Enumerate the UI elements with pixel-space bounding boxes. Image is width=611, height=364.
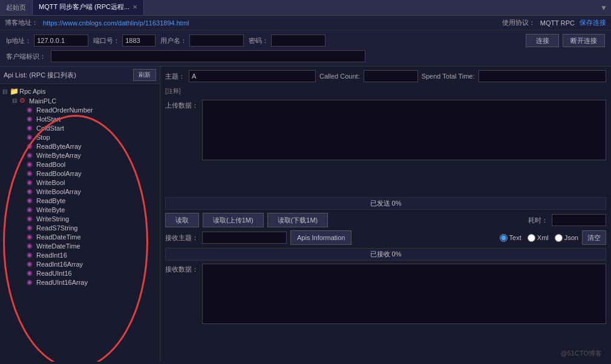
right-panel: 主题： Called Count: Spend Total Time: [注释]… — [160, 67, 611, 362]
recv-progress-text: 已接收 0% — [370, 250, 402, 259]
spend-total-input[interactable] — [479, 70, 606, 82]
tree-item-label: WriteString — [36, 215, 69, 223]
tree-item[interactable]: ◉ReadInt16 — [0, 250, 160, 259]
tree-item[interactable]: ⊟⚙MainPLC — [0, 96, 160, 105]
tree-item[interactable]: ◉Stop — [0, 132, 160, 141]
tab-spacer — [144, 0, 596, 15]
tree-container[interactable]: ⊟📁Rpc Apis⊟⚙MainPLC◉ReadOrderNumber◉HotS… — [0, 84, 160, 362]
rpc-icon: ⚙ — [19, 97, 29, 105]
called-count-label: Called Count: — [319, 73, 360, 80]
tab-mqtt[interactable]: MQTT 同步客户端 (RPC远程... ✕ — [33, 0, 144, 15]
note-row: [注释] — [165, 85, 606, 97]
tab-arrow[interactable]: ▼ — [596, 0, 611, 15]
tab-close-icon[interactable]: ✕ — [132, 4, 137, 10]
tree-item-label: ColdStart — [36, 125, 64, 132]
read-button[interactable]: 读取 — [165, 213, 199, 227]
method-icon: ◉ — [27, 242, 36, 250]
read-upload-button[interactable]: 读取(上传1M) — [203, 213, 264, 227]
tree-item[interactable]: ◉ReadBool — [0, 160, 160, 169]
tree-item-label: WriteByte — [36, 206, 65, 213]
spend-time-input[interactable] — [552, 214, 606, 226]
tree-item-label: Rpc Apis — [19, 88, 45, 95]
recv-progress-row: 已接收 0% — [165, 248, 606, 261]
tree-item[interactable]: ◉ReadInt16Array — [0, 259, 160, 268]
topic-row: 主题： Called Count: Spend Total Time: — [165, 70, 606, 82]
tree-item[interactable]: ◉ReadOrderNumber — [0, 105, 160, 114]
called-count-input[interactable] — [364, 70, 418, 82]
client-label: 客户端标识： — [6, 52, 46, 61]
tree-item-label: ReadByteArray — [36, 143, 82, 150]
apis-info-button[interactable]: Apis Information — [290, 230, 351, 245]
tree-item[interactable]: ◉WriteString — [0, 214, 160, 223]
tree-item-label: WriteBool — [36, 179, 65, 186]
method-icon: ◉ — [27, 124, 36, 132]
tree-item[interactable]: ◉ReadUInt16Array — [0, 278, 160, 287]
left-panel: Api List: (RPC 接口列表) 刷新 ⊟📁Rpc Apis⊟⚙Main… — [0, 67, 160, 362]
radio-text-input[interactable] — [500, 234, 508, 242]
tree-item-label: MainPLC — [29, 97, 56, 105]
port-label: 端口号： — [93, 36, 120, 45]
tree-item[interactable]: ◉ReadByteArray — [0, 141, 160, 151]
tree-item[interactable]: ◉ReadByte — [0, 196, 160, 205]
conn-buttons: 连接 断开连接 — [526, 34, 605, 47]
tree-item-label: ReadBoolArray — [36, 170, 82, 177]
note-text: [注释] — [165, 88, 181, 94]
client-id-input[interactable] — [51, 50, 365, 62]
address-bar-right: 使用协议： MQTT RPC 保存连接 — [502, 18, 606, 27]
recv-data-textarea[interactable] — [202, 264, 606, 324]
radio-json-item[interactable]: Json — [555, 234, 578, 242]
connect-button[interactable]: 连接 — [526, 34, 559, 47]
read-download-button[interactable]: 读取(下载1M) — [267, 213, 328, 227]
recv-data-label: 接收数据： — [165, 264, 198, 274]
username-label: 用户名： — [160, 36, 187, 45]
topic-input[interactable] — [189, 70, 316, 82]
tree-item[interactable]: ◉WriteBool — [0, 178, 160, 187]
radio-xml-label: Xml — [537, 234, 549, 241]
tree-item[interactable]: ⊟📁Rpc Apis — [0, 86, 160, 96]
address-link[interactable]: https://www.cnblogs.com/dathlin/p/116318… — [43, 19, 189, 27]
tree-item[interactable]: ◉ReadBoolArray — [0, 169, 160, 178]
tree-item[interactable]: ◉ReadUInt16 — [0, 268, 160, 278]
port-input[interactable] — [122, 34, 155, 47]
ip-group: Ip地址： — [6, 34, 88, 47]
tree-item-label: Stop — [36, 134, 50, 141]
disconnect-button[interactable]: 断开连接 — [563, 34, 605, 47]
password-input[interactable] — [271, 34, 325, 47]
expand-icon[interactable]: ⊟ — [12, 97, 19, 104]
radio-text-item[interactable]: Text — [500, 234, 521, 242]
save-connection-link[interactable]: 保存连接 — [580, 18, 606, 27]
method-icon: ◉ — [27, 142, 36, 150]
tree-item[interactable]: ◉ReadS7String — [0, 223, 160, 232]
panel-header: Api List: (RPC 接口列表) 刷新 — [0, 67, 160, 84]
tree-item[interactable]: ◉WriteByte — [0, 205, 160, 214]
method-icon: ◉ — [27, 133, 36, 141]
method-icon: ◉ — [27, 251, 36, 259]
radio-xml-item[interactable]: Xml — [528, 234, 549, 242]
tree-item-label: ReadS7String — [36, 224, 78, 232]
expand-icon[interactable]: ⊟ — [2, 88, 10, 95]
recv-data-row: 接收数据： — [165, 264, 606, 358]
refresh-button[interactable]: 刷新 — [133, 69, 156, 81]
tab-home[interactable]: 起始页 — [0, 0, 33, 15]
radio-json-input[interactable] — [555, 234, 563, 242]
username-input[interactable] — [189, 34, 244, 47]
conn-row2: 客户端标识： — [6, 50, 605, 62]
conn-row1: Ip地址： 端口号： 用户名： 密码： 连接 断开连接 — [6, 34, 605, 47]
radio-xml-input[interactable] — [528, 234, 535, 242]
ip-input[interactable] — [34, 34, 88, 47]
tree-item-label: ReadByte — [36, 197, 65, 204]
tree-item[interactable]: ◉WriteDateTime — [0, 241, 160, 250]
upload-textarea[interactable] — [202, 100, 606, 160]
tree-item[interactable]: ◉WriteBoolArray — [0, 187, 160, 196]
tree-item[interactable]: ◉ReadDateTime — [0, 232, 160, 241]
upload-label: 上传数据： — [165, 100, 198, 110]
tree-item[interactable]: ◉ColdStart — [0, 123, 160, 132]
tab-bar: 起始页 MQTT 同步客户端 (RPC远程... ✕ ▼ — [0, 0, 611, 16]
tree-item-label: WriteBoolArray — [36, 188, 81, 195]
tree-item-label: ReadOrderNumber — [36, 106, 93, 114]
clear-button[interactable]: 清空 — [582, 230, 606, 245]
tree-item[interactable]: ◉HotStart — [0, 114, 160, 123]
recv-topic-input[interactable] — [202, 232, 287, 244]
tree-item[interactable]: ◉WriteByteArray — [0, 151, 160, 160]
method-icon: ◉ — [27, 178, 36, 186]
